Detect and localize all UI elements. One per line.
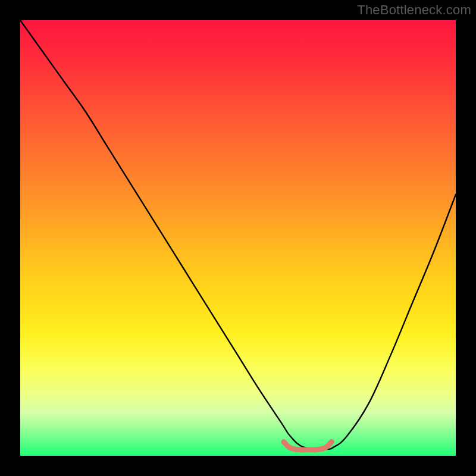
chart-frame: TheBottleneck.com [0,0,476,476]
plot-area [20,20,456,456]
optimal-marker [284,442,332,450]
bottleneck-curve [20,20,456,449]
chart-svg [20,20,456,456]
watermark-text: TheBottleneck.com [357,2,471,18]
